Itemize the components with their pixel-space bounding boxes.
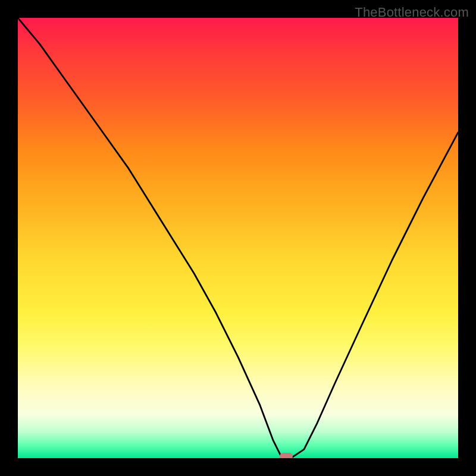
plot-area [18, 18, 458, 458]
watermark-text: TheBottleneck.com [355, 5, 469, 20]
chart-container: TheBottleneck.com [0, 0, 476, 476]
optimal-marker [280, 453, 293, 458]
bottleneck-curve [18, 18, 458, 458]
